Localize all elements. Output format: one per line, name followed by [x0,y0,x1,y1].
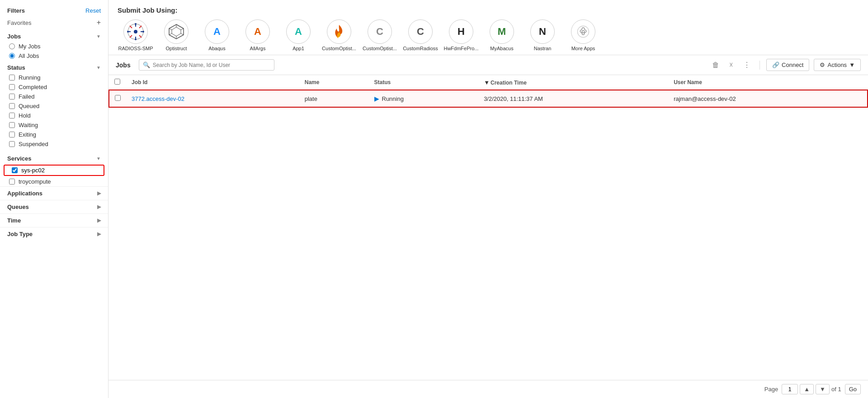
applications-label: Applications [7,190,42,197]
app-customoptist2[interactable]: C CustomOptist... [362,19,398,51]
jobs-chevron-icon: ▼ [96,34,101,39]
exiting-checkbox[interactable] [9,132,15,137]
job-id-cell[interactable]: 3772.access-dev-02 [126,90,299,107]
completed-checkbox[interactable] [9,84,15,90]
table-row[interactable]: 3772.access-dev-02 plate ▶ Running 3/2/2… [109,90,868,107]
queues-chevron-icon: ▶ [97,204,101,210]
svg-line-17 [181,28,184,30]
delete-button[interactable]: 🗑 [709,59,722,71]
running-checkbox[interactable] [9,75,15,81]
page-down-button[interactable]: ▼ [816,384,830,394]
myabacus-label: MyAbacus [490,46,513,51]
app-moreapps[interactable]: More Apps [565,19,601,51]
all-jobs-radio[interactable] [9,53,15,59]
service-sys-pc02-row[interactable]: sys-pc02 [4,165,104,176]
optistruct-icon [164,19,189,44]
name-header[interactable]: Name [299,75,369,90]
filter-my-jobs[interactable]: My Jobs [0,42,108,51]
queued-checkbox[interactable] [9,103,15,109]
app-allargs[interactable]: A AllArgs [240,19,276,51]
user-name-header[interactable]: User Name [668,75,868,90]
select-all-checkbox[interactable] [114,79,120,85]
job-id-header[interactable]: Job Id [126,75,299,90]
add-favorite-button[interactable]: + [97,19,101,27]
row-checkbox-cell[interactable] [109,90,126,107]
status-section-label: Status [7,64,25,71]
svg-line-20 [169,33,172,35]
search-box[interactable]: 🔍 [139,59,274,71]
filter-suspended[interactable]: Suspended [0,139,108,149]
page-up-button[interactable]: ▲ [800,384,814,394]
app-customoptist1[interactable]: CustomOptist... [321,19,357,51]
app1-icon: A [286,19,311,44]
filter-hold[interactable]: Hold [0,111,108,120]
job-type-section[interactable]: Job Type ▶ [0,227,108,241]
status-header[interactable]: Status [369,75,479,90]
app-nastran[interactable]: N Nastran [524,19,561,51]
main-area: Submit Job Using: [108,0,868,398]
services-section[interactable]: Services ▼ [0,152,108,164]
submit-job-area: Submit Job Using: [108,0,868,55]
sys-pc02-checkbox[interactable] [12,167,18,173]
filter-all-jobs[interactable]: All Jobs [0,51,108,61]
connect-button[interactable]: 🔗 Connect [766,59,809,71]
filter-waiting[interactable]: Waiting [0,120,108,130]
status-cell: ▶ Running [369,90,479,107]
favorites-label: Favorites [7,19,31,26]
app-abaqus[interactable]: A Abaqus [199,19,235,51]
time-label: Time [7,217,21,224]
customradioss-label: CustomRadioss [403,46,438,51]
go-button[interactable]: Go [845,384,861,394]
queues-section[interactable]: Queues ▶ [0,200,108,213]
app-hwfdmfepro[interactable]: H HwFdmFePro... [443,19,479,51]
waiting-checkbox[interactable] [9,122,15,128]
svg-marker-15 [172,27,181,36]
applications-section[interactable]: Applications ▶ [0,186,108,200]
my-jobs-radio[interactable] [9,43,15,49]
app-radioss-smp[interactable]: RADIOSS-SMP [118,19,154,51]
filter-completed[interactable]: Completed [0,82,108,92]
filter-queued[interactable]: Queued [0,101,108,111]
filter-exiting[interactable]: Exiting [0,130,108,139]
job-type-label: Job Type [7,231,33,237]
cancel-button[interactable]: ☓ [726,59,736,71]
failed-checkbox[interactable] [9,94,15,100]
hold-checkbox[interactable] [9,113,15,118]
creation-time-header[interactable]: ▼Creation Time [478,75,668,90]
user-name-cell: rajman@access-dev-02 [668,90,868,107]
app-myabacus[interactable]: M MyAbacus [484,19,520,51]
creation-time-cell: 3/2/2020, 11:11:37 AM [478,90,668,107]
moreapps-icon [571,19,595,44]
page-input[interactable] [782,384,798,394]
waiting-label: Waiting [19,122,38,128]
more-options-button[interactable]: ⋮ [741,59,753,71]
troycompute-checkbox[interactable] [9,179,15,185]
actions-button[interactable]: ⚙ Actions ▼ [814,59,861,71]
app-app1[interactable]: A App1 [280,19,316,51]
search-input[interactable] [153,62,270,68]
app-optistruct[interactable]: Optistruct [158,19,194,51]
app-customradioss[interactable]: C CustomRadioss [402,19,439,51]
svg-point-1 [134,30,137,33]
select-all-header[interactable] [109,75,126,90]
jobs-area: Jobs 🔍 🗑 ☓ ⋮ 🔗 Connect ⚙ Actions ▼ [108,55,868,398]
actions-dropdown-icon: ▼ [849,62,855,68]
filter-running[interactable]: Running [0,73,108,82]
job-id-link[interactable]: 3772.access-dev-02 [132,95,184,102]
allargs-label: AllArgs [250,46,266,51]
status-section[interactable]: Status ▼ [0,61,108,73]
row-checkbox[interactable] [115,95,121,101]
troycompute-label: troycompute [19,178,51,185]
reset-link[interactable]: Reset [85,7,101,14]
service-troycompute[interactable]: troycompute [0,177,108,186]
abaqus-label: Abaqus [208,46,225,51]
time-section[interactable]: Time ▶ [0,213,108,227]
suspended-checkbox[interactable] [9,141,15,147]
svg-point-11 [135,38,137,40]
filters-header: Filters Reset [0,5,108,16]
filter-failed[interactable]: Failed [0,92,108,101]
queues-label: Queues [7,204,29,210]
jobs-section[interactable]: Jobs ▼ [0,29,108,42]
myabacus-icon: M [490,19,514,44]
customoptist1-icon [327,19,351,44]
